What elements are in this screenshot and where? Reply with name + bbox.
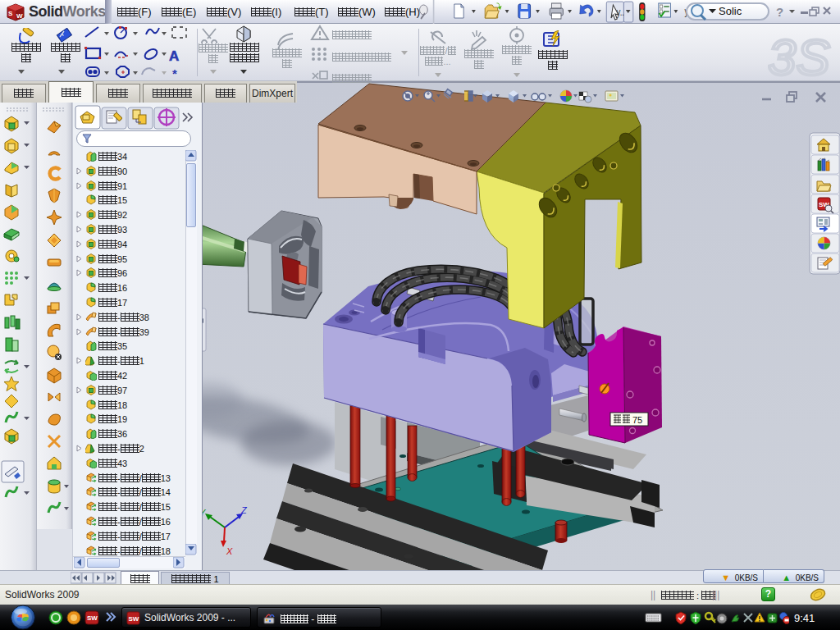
svg-text:SW: SW xyxy=(129,615,139,623)
svg-text:Solic: Solic xyxy=(719,5,742,17)
svg-text:SW: SW xyxy=(87,614,98,622)
svg-text:Z: Z xyxy=(240,505,248,515)
svg-text:3S: 3S xyxy=(768,29,830,81)
svg-text:?: ? xyxy=(776,5,783,19)
svg-text:S: S xyxy=(8,10,13,17)
svg-text:75: 75 xyxy=(632,415,642,425)
svg-text:A: A xyxy=(169,48,179,64)
svg-text:W: W xyxy=(16,12,23,20)
svg-text:y..: y.. xyxy=(616,7,624,17)
svg-text:X: X xyxy=(226,546,233,556)
svg-text:*: * xyxy=(172,66,177,80)
